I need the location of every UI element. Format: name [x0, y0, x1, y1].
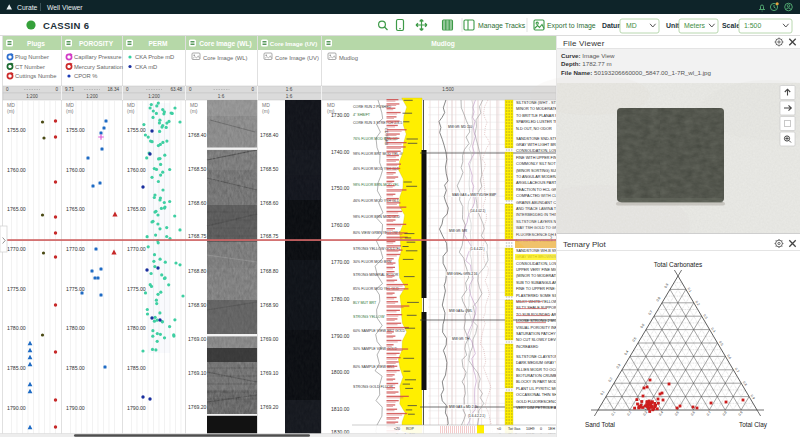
svg-text:Sand Total: Sand Total	[585, 421, 615, 428]
svg-text:File Name: 50193206660000_5847: File Name: 50193206660000_5847.00_1-7R_w…	[561, 69, 712, 76]
svg-text:File Viewer: File Viewer	[563, 39, 605, 48]
svg-text:Curve: Image View: Curve: Image View	[561, 52, 615, 59]
svg-text:Depth: 1782.77 m: Depth: 1782.77 m	[561, 60, 612, 67]
svg-text:Total Carbonates: Total Carbonates	[654, 261, 702, 268]
svg-text:Ternary Plot: Ternary Plot	[563, 240, 606, 249]
svg-text:Total Clay: Total Clay	[739, 421, 768, 429]
